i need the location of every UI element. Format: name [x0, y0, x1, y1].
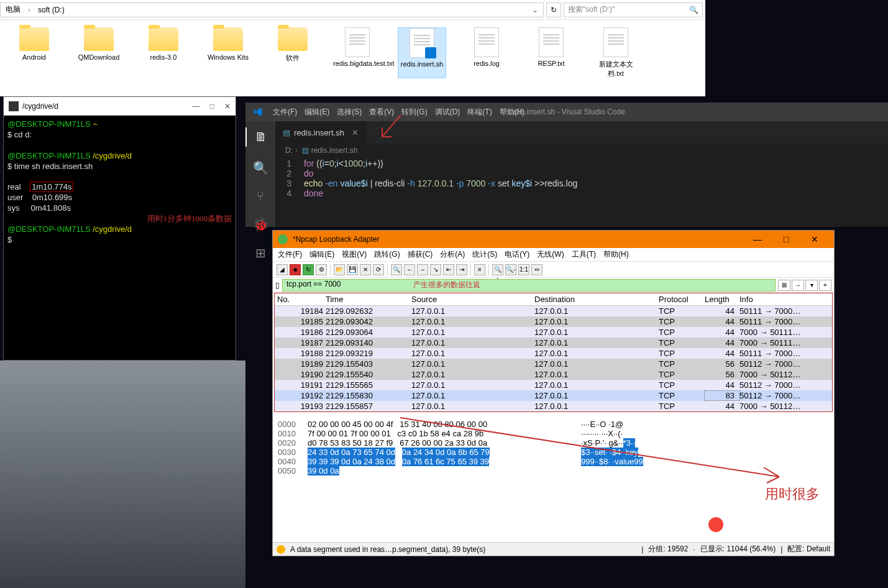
menu-item[interactable]: 无线(W) — [537, 250, 564, 259]
menu-item[interactable]: 查看(V) — [369, 108, 394, 116]
search-icon[interactable]: 🔍 — [689, 6, 698, 14]
packet-row[interactable]: 191872129.093140127.0.0.1127.0.0.1TCP447… — [275, 338, 832, 348]
col-length[interactable]: Length — [705, 295, 739, 304]
menu-item[interactable]: 分析(A) — [440, 250, 465, 259]
autoscroll-button[interactable]: ≡ — [474, 264, 485, 275]
file-icon — [603, 27, 628, 57]
maximize-button[interactable]: □ — [772, 234, 800, 244]
close-button[interactable]: ✕ — [800, 234, 829, 244]
minimize-button[interactable]: — — [193, 102, 200, 111]
packet-row[interactable]: 191912129.155565127.0.0.1127.0.0.1TCP445… — [275, 380, 832, 390]
packet-row[interactable]: 191842129.092632127.0.0.1127.0.0.1TCP445… — [275, 306, 832, 316]
stop-capture-button[interactable]: ■ — [290, 264, 301, 275]
find-button[interactable]: 🔍 — [391, 264, 402, 275]
expert-info-icon[interactable] — [277, 545, 285, 554]
vscode-activity-bar: 🗎 🔍 ⑂ 🐞 ⊞ — [245, 121, 275, 227]
packet-row[interactable]: 191922129.155830127.0.0.1127.0.0.1TCP835… — [275, 390, 832, 401]
menu-item[interactable]: 选择(S) — [337, 108, 362, 116]
close-button[interactable]: ✕ — [224, 102, 231, 111]
close-tab-icon[interactable]: ✕ — [352, 128, 359, 137]
next-button[interactable]: → — [417, 264, 428, 275]
display-filter-input[interactable]: tcp.port == 7000 产生很多的数据往返 — [282, 279, 776, 292]
menu-item[interactable]: 文件(F) — [278, 250, 302, 259]
wireshark-window: *Npcap Loopback Adapter — □ ✕ 文件(F)编辑(E)… — [272, 230, 835, 556]
file-item[interactable]: QMDownload — [75, 27, 123, 78]
apply-filter-button[interactable]: → — [792, 280, 804, 291]
editor-tab[interactable]: ▤ redis.insert.sh ✕ — [275, 121, 366, 144]
reload-button[interactable]: ⟳ — [373, 264, 384, 275]
packet-row[interactable]: 191892129.155403127.0.0.1127.0.0.1TCP565… — [275, 359, 832, 369]
file-item[interactable]: RESP.txt — [527, 27, 575, 78]
filter-history-button[interactable]: ▾ — [805, 280, 818, 291]
search-input[interactable]: 搜索"soft (D:)" 🔍 — [564, 2, 703, 17]
menu-item[interactable]: 编辑(E) — [304, 108, 329, 116]
resize-columns-button[interactable]: ⇔ — [531, 264, 542, 275]
options-button[interactable]: ⚙ — [316, 264, 327, 275]
file-item[interactable]: Windows Kits — [204, 27, 252, 78]
save-button[interactable]: 💾 — [347, 264, 358, 275]
add-filter-button[interactable]: + — [819, 280, 831, 291]
menu-item[interactable]: 编辑(E) — [309, 250, 334, 259]
editor-tabs: ▤ redis.insert.sh ✕ — [275, 121, 888, 144]
file-item[interactable]: redis.bigdata.test.txt — [333, 27, 382, 78]
menu-item[interactable]: 统计(S) — [472, 250, 497, 259]
first-button[interactable]: ⇤ — [443, 264, 454, 275]
close-file-button[interactable]: ✕ — [360, 264, 371, 275]
menu-item[interactable]: 视图(V) — [342, 250, 367, 259]
restart-capture-button[interactable]: ↻ — [303, 264, 314, 275]
open-button[interactable]: 📂 — [334, 264, 345, 275]
timing-annotation-2: 用时很多 — [765, 485, 820, 503]
real-time-value: 1m10.774s — [30, 181, 73, 192]
col-time[interactable]: Time — [326, 295, 411, 304]
menu-item[interactable]: 工具(T) — [572, 250, 596, 259]
extensions-icon[interactable]: ⊞ — [255, 246, 266, 260]
menu-item[interactable]: 文件(F) — [273, 108, 297, 116]
col-protocol[interactable]: Protocol — [659, 295, 705, 304]
menu-item[interactable]: 电话(Y) — [505, 250, 529, 259]
packet-row[interactable]: 191852129.093042127.0.0.1127.0.0.1TCP445… — [275, 316, 832, 327]
file-item[interactable]: redis.insert.sh — [398, 27, 446, 78]
file-item[interactable]: redis.log — [462, 27, 511, 78]
dropdown-icon[interactable]: ⌄ — [529, 6, 541, 14]
menu-item[interactable]: 帮助(H) — [603, 250, 629, 259]
last-button[interactable]: ⇥ — [456, 264, 467, 275]
goto-button[interactable]: ↘ — [430, 264, 441, 275]
zoom-in-button[interactable]: 🔍+ — [492, 264, 503, 275]
col-source[interactable]: Source — [411, 295, 534, 304]
source-control-icon[interactable]: ⑂ — [257, 189, 264, 203]
minimize-button[interactable]: — — [743, 234, 772, 244]
code-editor[interactable]: 1for ((i=0;i<1000;i++)) 2do 3echo -en va… — [275, 157, 888, 200]
terminal-output[interactable]: @DESKTOP-INM71LS ~ $ cd d: @DESKTOP-INM7… — [4, 116, 236, 249]
start-capture-button[interactable]: ◢ — [277, 264, 288, 275]
path-breadcrumb[interactable]: 电脑 soft (D:) ⌄ — [0, 2, 544, 17]
packet-row[interactable]: 191862129.093064127.0.0.1127.0.0.1TCP447… — [275, 327, 832, 338]
maximize-button[interactable]: □ — [210, 102, 214, 111]
packet-row[interactable]: 191902129.155540127.0.0.1127.0.0.1TCP567… — [275, 369, 832, 380]
search-icon[interactable]: 🔍 — [253, 160, 268, 175]
debug-icon[interactable]: 🐞 — [253, 217, 268, 232]
packet-row[interactable]: 191932129.155857127.0.0.1127.0.0.1TCP447… — [275, 401, 832, 411]
zoom-reset-button[interactable]: 1:1 — [518, 264, 529, 275]
menu-item[interactable]: 捕获(C) — [408, 250, 433, 259]
col-no[interactable]: No. — [275, 295, 326, 304]
col-info[interactable]: Info — [739, 295, 832, 304]
refresh-button[interactable]: ↻ — [546, 2, 561, 17]
file-item[interactable]: Android — [10, 27, 58, 78]
menu-item[interactable]: 转到(G) — [401, 108, 427, 116]
col-destination[interactable]: Destination — [534, 295, 659, 304]
file-item[interactable]: 新建文本文档.txt — [592, 27, 640, 78]
path-part[interactable]: soft (D:) — [35, 6, 67, 14]
menu-item[interactable]: 跳转(G) — [374, 250, 400, 259]
file-item[interactable]: 软件 — [268, 27, 317, 78]
explorer-icon[interactable]: 🗎 — [245, 127, 275, 147]
file-item[interactable]: redis-3.0 — [139, 27, 188, 78]
bookmark-icon[interactable]: ▯ — [275, 281, 280, 290]
path-part[interactable]: 电脑 — [3, 4, 23, 15]
breadcrumb[interactable]: D:› ▤ redis.insert.sh — [275, 144, 888, 157]
zoom-out-button[interactable]: 🔍- — [505, 264, 516, 275]
hex-dump-pane[interactable]: 000002 00 00 00 45 00 00 4f 15 31 40 00 … — [273, 417, 834, 478]
clear-filter-button[interactable]: ⊠ — [778, 280, 790, 291]
packet-row[interactable]: 191882129.093219127.0.0.1127.0.0.1TCP445… — [275, 348, 832, 359]
folder-icon — [149, 27, 178, 51]
prev-button[interactable]: ← — [404, 264, 415, 275]
